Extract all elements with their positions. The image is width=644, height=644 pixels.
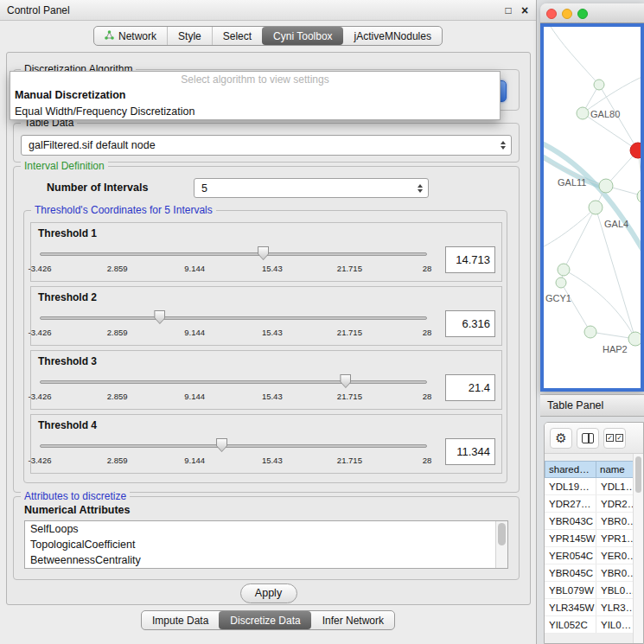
slider-thumb[interactable] [340, 374, 351, 388]
control-panel-window: Control Panel □ × NetworkStyleSelectCyni… [0, 0, 537, 644]
threshold-label: Threshold 1 [38, 227, 97, 239]
network-node[interactable] [584, 326, 596, 338]
table-row[interactable]: YDL19…YDL1… [545, 478, 643, 495]
table-row[interactable]: YIL052CYIL0… [545, 616, 643, 634]
control-panel-titlebar: Control Panel □ × [0, 0, 536, 21]
thresholds-group: Threshold's Coordinates for 5 Intervals … [23, 210, 507, 483]
number-of-intervals-label: Number of Intervals [47, 182, 148, 194]
apply-button[interactable]: Apply [240, 583, 297, 603]
network-view-window: GAL80GAL11GAL4GCY1HAP2 [540, 3, 644, 392]
network-node[interactable] [599, 179, 613, 193]
tab-select[interactable]: Select [212, 27, 262, 45]
slider-thumb[interactable] [216, 438, 227, 452]
checkbox-icon: ✓ [606, 434, 614, 442]
tab-discretize-data[interactable]: Discretize Data [219, 611, 310, 629]
table-row[interactable]: YBR045CYBR0… [545, 564, 643, 582]
threshold-panel-1: Threshold 1-3.4262.8599.14415.4321.71528… [30, 222, 502, 282]
slider-thumb[interactable] [154, 310, 165, 324]
network-node[interactable] [628, 332, 641, 346]
threshold-value-field[interactable]: 14.713 [445, 246, 495, 273]
threshold-slider[interactable] [40, 309, 427, 325]
tab-label: Style [178, 30, 201, 42]
float-window-icon[interactable]: □ [501, 0, 515, 21]
slider-track[interactable] [40, 444, 427, 448]
tick-label: 2.859 [107, 264, 128, 273]
network-edge [544, 207, 596, 250]
threshold-value-field[interactable]: 21.4 [445, 374, 495, 401]
interval-definition-group: Interval Definition Number of Intervals … [13, 166, 520, 493]
node-label-hap2: HAP2 [603, 344, 628, 354]
bottom-tab-row: Impute DataDiscretize DataInfer Network [0, 610, 536, 630]
tab-jactivemnodules[interactable]: jActiveMNodules [343, 27, 442, 45]
tab-network[interactable]: Network [94, 27, 167, 45]
attribute-item-topologicalcoefficient[interactable]: TopologicalCoefficient [25, 537, 507, 552]
slider-tick-labels: -3.4262.8599.14415.4321.71528 [40, 456, 427, 466]
tick-label: 15.43 [262, 264, 283, 273]
close-window-icon[interactable]: × [518, 0, 532, 21]
table-settings-button[interactable]: ⚙ [550, 428, 572, 449]
network-node-selected[interactable] [630, 143, 641, 158]
cyni-toolbox-panel: Discretization Algorithm Select algorith… [6, 52, 531, 605]
mac-minimize-button[interactable] [562, 9, 572, 19]
slider-thumb[interactable] [258, 246, 269, 260]
table-data-combo[interactable]: galFiltered.sif default node [21, 135, 512, 156]
checkbox-icon: ✓ [615, 434, 623, 442]
slider-tick-labels: -3.4262.8599.14415.4321.71528 [40, 264, 427, 274]
numerical-attributes-list[interactable]: SelfLoopsTopologicalCoefficientBetweenne… [24, 520, 508, 569]
network-node[interactable] [589, 201, 603, 214]
cell-shared-name: YBR045C [545, 564, 596, 581]
table-header-row: shared… name [545, 461, 643, 478]
network-node[interactable] [577, 107, 589, 119]
tick-label: -3.426 [29, 392, 52, 401]
threshold-value-field[interactable]: 11.344 [445, 438, 495, 465]
column-header-shared-name[interactable]: shared… [545, 461, 596, 478]
tab-cyni-toolbox[interactable]: Cyni Toolbox [262, 27, 342, 45]
slider-track[interactable] [40, 252, 427, 256]
algorithm-option-equal-width[interactable]: Equal Width/Frequency Discretization [10, 104, 500, 120]
attributes-items: SelfLoopsTopologicalCoefficientBetweenne… [25, 521, 507, 568]
threshold-slider[interactable] [40, 373, 427, 389]
table-row[interactable]: YBR043CYBR0… [545, 513, 643, 530]
threshold-label: Threshold 3 [38, 355, 97, 367]
threshold-slider[interactable] [40, 245, 427, 261]
list-scrollbar[interactable] [495, 521, 507, 568]
mac-close-button[interactable] [546, 9, 557, 19]
slider-track[interactable] [40, 380, 427, 384]
table-row[interactable]: YPR145WYPR1… [545, 530, 643, 547]
tab-impute-data[interactable]: Impute Data [142, 611, 219, 629]
network-node[interactable] [556, 277, 566, 288]
network-node[interactable] [594, 80, 604, 90]
list-scrollbar-thumb[interactable] [498, 523, 506, 545]
number-of-intervals-combo[interactable]: 5 [194, 178, 429, 198]
tab-style[interactable]: Style [167, 27, 212, 45]
tick-label: 2.859 [107, 392, 128, 401]
tab-infer-network[interactable]: Infer Network [311, 611, 394, 629]
threshold-slider[interactable] [40, 437, 427, 453]
tick-label: 15.43 [262, 328, 283, 337]
threshold-value-field[interactable]: 6.316 [445, 310, 495, 337]
gear-icon: ⚙ [555, 431, 566, 444]
table-scrollbar[interactable] [633, 454, 643, 643]
table-row[interactable]: YBL079WYBL0… [545, 582, 643, 599]
network-node[interactable] [637, 189, 641, 203]
tab-label: Infer Network [322, 615, 384, 627]
network-view-frame: GAL80GAL11GAL4GCY1HAP2 [540, 23, 644, 392]
algorithm-option-manual[interactable]: Manual Discretization [10, 87, 500, 104]
select-columns-button[interactable]: ✓ ✓ [603, 428, 626, 449]
network-icon [105, 30, 114, 42]
network-node[interactable] [558, 264, 570, 276]
mac-zoom-button[interactable] [577, 9, 588, 19]
threshold-panel-2: Threshold 2-3.4262.8599.14415.4321.71528… [30, 286, 502, 346]
table-row[interactable]: YDR27…YDR2… [545, 495, 643, 513]
table-row[interactable]: YER054CYER0… [545, 547, 643, 564]
table-scrollbar-thumb[interactable] [635, 456, 641, 493]
attribute-item-betweennesscentrality[interactable]: BetweennessCentrality [25, 552, 507, 568]
column-layout-button[interactable] [577, 428, 599, 449]
slider-track[interactable] [40, 316, 427, 320]
threshold-panel-4: Threshold 4-3.4262.8599.14415.4321.71528… [30, 414, 502, 474]
attribute-item-selfloops[interactable]: SelfLoops [25, 521, 507, 537]
network-graph: GAL80GAL11GAL4GCY1HAP2 [544, 27, 641, 388]
network-canvas[interactable]: GAL80GAL11GAL4GCY1HAP2 [544, 27, 641, 388]
table-row[interactable]: YLR345WYLR3… [545, 599, 643, 616]
tick-label: 28 [423, 456, 432, 465]
